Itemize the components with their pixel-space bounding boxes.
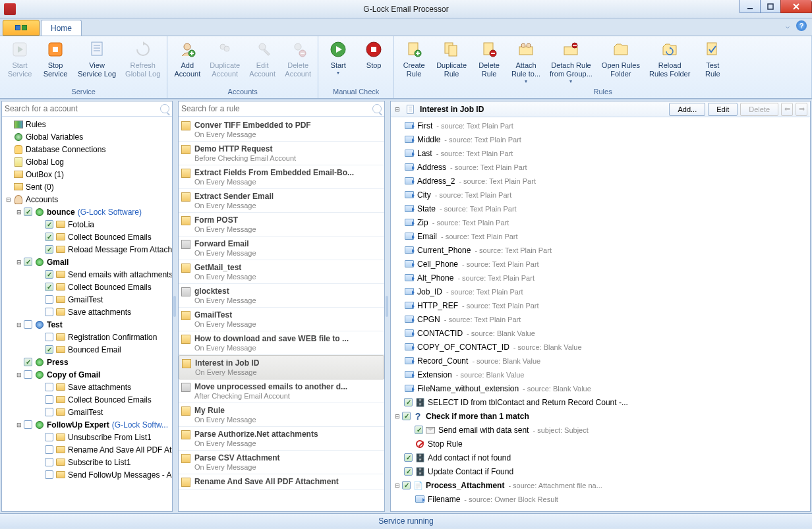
tree-row[interactable]: Collect Bounced Emails: [2, 281, 172, 293]
rule-item[interactable]: Move unprocessed emails to another d...A…: [179, 379, 384, 403]
detail-row[interactable]: Middle - source: Text Plain Part: [391, 132, 810, 146]
tree-row[interactable]: ⊟FollowUp Expert(G-Lock Softw...: [2, 418, 172, 431]
rule-item[interactable]: GetMail_testOn Every Message: [179, 260, 384, 284]
rule-item[interactable]: Conver TIFF Embedded to PDFOn Every Mess…: [179, 118, 384, 142]
app-menu-button[interactable]: [3, 20, 40, 36]
detail-row[interactable]: State - source: Text Plain Part: [391, 202, 810, 215]
rule-item[interactable]: Forward EmailOn Every Message: [179, 237, 384, 260]
view-service-log-button[interactable]: View Service Log: [75, 38, 119, 80]
detail-row[interactable]: First - source: Text Plain Part: [391, 119, 810, 132]
detail-row[interactable]: Filename - source: Owner Block Result: [391, 492, 810, 506]
tab-home[interactable]: Home: [41, 20, 82, 36]
tree-row[interactable]: Sent (0): [2, 181, 172, 193]
detail-row[interactable]: Send email with data sent - subject: Sub…: [391, 423, 810, 437]
open-rules-folder-button[interactable]: Open Rules Folder: [599, 38, 643, 80]
detail-row[interactable]: Job_ID - source: Text Plain Part: [391, 285, 810, 298]
rule-item[interactable]: Extract Fields From Embedded Email-Bo...…: [179, 165, 384, 189]
rules-list[interactable]: Conver TIFF Embedded to PDFOn Every Mess…: [179, 117, 384, 511]
search-icon[interactable]: [160, 104, 169, 113]
rule-search-input[interactable]: [181, 104, 370, 113]
tree-row[interactable]: Reload Message From Attachment: [2, 243, 172, 256]
tree-row[interactable]: Unsubscribe From List1: [2, 431, 172, 443]
tree-row[interactable]: Global Log: [2, 155, 172, 168]
detail-row[interactable]: HTTP_REF - source: Text Plain Part: [391, 298, 810, 312]
detail-row[interactable]: COPY_OF_CONTACT_ID - source: Blank Value: [391, 340, 810, 354]
account-search-input[interactable]: [5, 104, 158, 113]
rule-item[interactable]: glocktestOn Every Message: [179, 284, 384, 308]
detail-row[interactable]: CPGN - source: Text Plain Part: [391, 312, 810, 326]
detail-row[interactable]: 🗄️Add contact if not found: [391, 451, 810, 464]
detail-row[interactable]: Record_Count - source: Blank Value: [391, 354, 810, 368]
detail-row[interactable]: Address - source: Text Plain Part: [391, 160, 810, 174]
splitter-left[interactable]: [173, 99, 177, 513]
add-field-button[interactable]: Add...: [669, 103, 705, 116]
tree-row[interactable]: ⊟Copy of Gmail: [2, 368, 172, 381]
detach-rule-button[interactable]: Detach Rule from Group...▾: [547, 38, 595, 86]
detail-row[interactable]: ⊟?Check if more than 1 match: [391, 409, 810, 423]
detail-row[interactable]: Stop Rule: [391, 437, 810, 451]
detail-row[interactable]: Cell_Phone - source: Text Plain Part: [391, 257, 810, 271]
tree-row[interactable]: ⊟Gmail: [2, 256, 172, 268]
rule-item[interactable]: GmailTestOn Every Message: [179, 308, 384, 331]
tree-row[interactable]: ⊟bounce(G-Lock Software): [2, 206, 172, 218]
tree-row[interactable]: Global Variables: [2, 130, 172, 143]
tree-row[interactable]: ⊟Test: [2, 318, 172, 331]
rule-item[interactable]: Rename And Save All PDF Attachment: [179, 474, 384, 489]
tree-row[interactable]: FotoLia: [2, 218, 172, 231]
minimize-ribbon-icon[interactable]: ⌵: [786, 22, 790, 30]
edit-field-button[interactable]: Edit: [708, 103, 738, 116]
tree-row[interactable]: Database Connections: [2, 143, 172, 155]
manual-stop-button[interactable]: Stop: [358, 38, 390, 71]
accounts-tree[interactable]: RulesGlobal VariablesDatabase Connection…: [2, 117, 172, 511]
tree-row[interactable]: Collect Bounced Emails: [2, 231, 172, 243]
tree-row[interactable]: ⊟Accounts: [2, 193, 172, 206]
rule-item[interactable]: Demo HTTP RequestBefore Checking Email A…: [179, 142, 384, 165]
detail-row[interactable]: Last - source: Text Plain Part: [391, 146, 810, 160]
reload-rules-folder-button[interactable]: Reload Rules Folder: [647, 38, 693, 80]
add-account-button[interactable]: Add Account: [171, 38, 203, 80]
help-icon[interactable]: ?: [796, 20, 807, 31]
tree-row[interactable]: Bounced Email: [2, 343, 172, 356]
detail-row[interactable]: Email - source: Text Plain Part: [391, 229, 810, 243]
rule-item[interactable]: Parse Authorize.Net attachmentsOn Every …: [179, 427, 384, 451]
rule-item[interactable]: My RuleOn Every Message: [179, 403, 384, 427]
tree-row[interactable]: Save attachments: [2, 306, 172, 318]
collapse-icon[interactable]: ⊟: [393, 105, 401, 113]
attach-rule-button[interactable]: Attach Rule to...▾: [509, 38, 543, 86]
tree-row[interactable]: Rename And Save All PDF Attachments: [2, 443, 172, 456]
delete-rule-button[interactable]: Delete Rule: [473, 38, 505, 80]
tree-row[interactable]: Save attachments: [2, 381, 172, 393]
tree-row[interactable]: Collect Bounced Emails: [2, 393, 172, 406]
rule-item[interactable]: Parse CSV AttachmentOn Every Message: [179, 451, 384, 474]
detail-row[interactable]: ⊟📄Process_Attachment - source: Attachmen…: [391, 478, 810, 492]
test-rule-button[interactable]: Test Rule: [697, 38, 728, 80]
search-icon[interactable]: [372, 104, 382, 113]
tree-row[interactable]: GmailTest: [2, 406, 172, 418]
detail-row[interactable]: FileName_without_extension - source: Bla…: [391, 381, 810, 395]
detail-row[interactable]: Current_Phone - source: Text Plain Part: [391, 243, 810, 257]
tree-row[interactable]: Subscribe to List1: [2, 456, 172, 468]
create-rule-button[interactable]: Create Rule: [398, 38, 430, 80]
detail-row[interactable]: CONTACTID - source: Blank Value: [391, 326, 810, 340]
rule-item[interactable]: How to download and save WEB file to ...…: [179, 331, 384, 355]
detail-row[interactable]: Extension - source: Blank Value: [391, 368, 810, 381]
rule-item[interactable]: Extract Sender EmailOn Every Message: [179, 189, 384, 213]
detail-row[interactable]: 🗄️SELECT ID from tblContact and Return R…: [391, 395, 810, 409]
detail-list[interactable]: First - source: Text Plain PartMiddle - …: [391, 117, 810, 511]
stop-service-button[interactable]: Stop Service: [40, 38, 71, 80]
detail-row[interactable]: Zip - source: Text Plain Part: [391, 215, 810, 229]
tree-row[interactable]: Press: [2, 356, 172, 368]
tree-row[interactable]: Send emails with attachments: [2, 268, 172, 281]
tree-row[interactable]: Send FollowUp Messages - AFTER: [2, 468, 172, 481]
rule-item[interactable]: Form POSTOn Every Message: [179, 213, 384, 237]
detail-row[interactable]: 🗄️Update Contact if Found: [391, 464, 810, 478]
detail-row[interactable]: Alt_Phone - source: Text Plain Part: [391, 271, 810, 285]
splitter-right[interactable]: [385, 99, 389, 513]
duplicate-rule-button[interactable]: Duplicate Rule: [434, 38, 469, 80]
tree-row[interactable]: Registration Confirmation: [2, 331, 172, 343]
close-button[interactable]: [780, 0, 812, 13]
detail-row[interactable]: Address_2 - source: Text Plain Part: [391, 174, 810, 188]
tree-row[interactable]: OutBox (1): [2, 168, 172, 181]
tree-row[interactable]: Rules: [2, 118, 172, 130]
rule-item[interactable]: Interest in Job IDOn Every Message: [179, 355, 384, 379]
